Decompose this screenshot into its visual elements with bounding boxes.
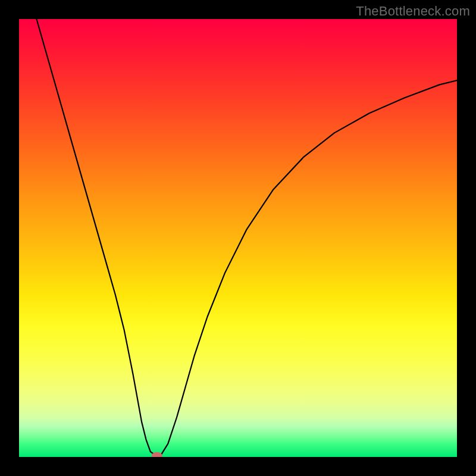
chart-frame: TheBottleneck.com	[0, 0, 476, 476]
bottleneck-curve	[36, 19, 457, 456]
watermark-label: TheBottleneck.com	[356, 4, 470, 19]
plot-area	[19, 19, 457, 457]
chart-svg	[19, 19, 457, 457]
